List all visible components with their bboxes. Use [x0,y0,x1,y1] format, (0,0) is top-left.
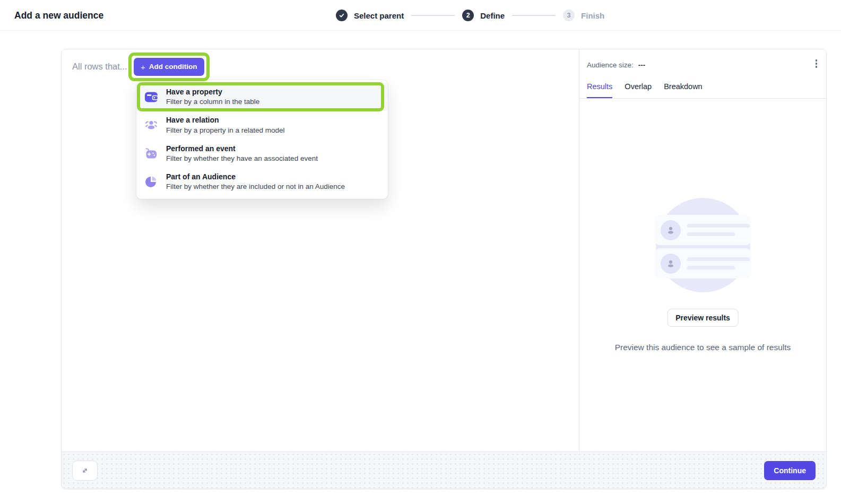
step-complete-circle [336,10,348,21]
app-header: Add a new audience Select parent 2 Defin… [0,0,841,31]
page-title: Add a new audience [14,10,103,21]
menu-item-text: Have a property Filter by a column in th… [166,87,259,107]
step-label: Select parent [354,11,404,20]
rows-label: All rows that... [72,62,127,72]
expand-diagonal-icon [80,466,90,475]
menu-item-title: Performed an event [166,144,318,153]
menu-item-text: Part of an Audience Filter by whether th… [166,172,345,192]
users-icon [144,118,158,132]
step-select-parent: Select parent [336,10,404,21]
menu-item-title: Part of an Audience [166,172,345,181]
expand-button[interactable] [72,460,98,481]
check-icon [339,12,345,19]
results-panel: Audience size: --- Results Overlap Break… [579,49,826,451]
menu-item-text: Have a relation Filter by a property in … [166,115,285,135]
pie-chart-icon [144,175,158,188]
menu-item-description: Filter by a property in a related model [166,126,285,135]
kebab-menu-icon[interactable] [814,58,819,69]
menu-item-have-a-property[interactable]: Have a property Filter by a column in th… [136,83,388,111]
illustration-row-card [655,248,751,279]
continue-button[interactable]: Continue [764,461,816,480]
menu-item-title: Have a property [166,87,259,97]
tab-overlap[interactable]: Overlap [625,76,652,98]
illustration-bars [687,224,750,236]
menu-item-part-of-an-audience[interactable]: Part of an Audience Filter by whether th… [136,168,388,196]
menu-item-description: Filter by a column in the table [166,97,259,107]
builder-content: All rows that... + Add condition [62,49,826,451]
event-icon [144,146,158,160]
step-define: 2 Define [462,10,505,21]
condition-canvas: All rows that... + Add condition [62,49,579,451]
menu-item-text: Performed an event Filter by whether the… [166,144,318,163]
audience-builder-container: All rows that... + Add condition [61,49,827,489]
illustration-bars [687,257,750,270]
empty-state-caption: Preview this audience to see a sample of… [579,343,826,352]
step-finish: 3 Finish [563,10,604,21]
step-label: Define [480,11,505,20]
menu-item-description: Filter by whether they are included or n… [166,182,345,192]
audience-size-label: Audience size: [587,61,634,69]
menu-item-title: Have a relation [166,115,285,125]
audience-size-value: --- [638,61,646,69]
condition-type-menu: Have a property Filter by a column in th… [136,80,388,199]
step-label: Finish [581,11,604,20]
annotation-highlight-add-condition: + Add condition [128,53,210,81]
step-connector [411,15,455,16]
person-icon [661,254,681,274]
menu-item-performed-an-event[interactable]: Performed an event Filter by whether the… [136,140,388,168]
menu-item-have-a-relation[interactable]: Have a relation Filter by a property in … [136,111,388,139]
stepper: Select parent 2 Define 3 Finish [336,0,604,31]
add-condition-button[interactable]: + Add condition [134,58,204,76]
plus-icon: + [141,63,145,71]
person-icon [661,220,681,240]
illustration-row-card [655,215,751,245]
empty-state-illustration [655,198,751,294]
menu-item-description: Filter by whether they have an associate… [166,154,318,163]
add-condition-label: Add condition [149,63,197,71]
step-number-circle: 3 [563,10,575,21]
audience-size-row: Audience size: --- [587,61,645,69]
preview-results-button[interactable]: Preview results [667,309,739,327]
results-tabs: Results Overlap Breakdown [579,76,826,99]
builder-footer: Continue [62,451,826,489]
tab-results[interactable]: Results [587,76,612,98]
step-number-circle: 2 [462,10,474,21]
wallet-icon [144,90,158,104]
tab-breakdown[interactable]: Breakdown [664,76,703,98]
step-connector [512,15,556,16]
